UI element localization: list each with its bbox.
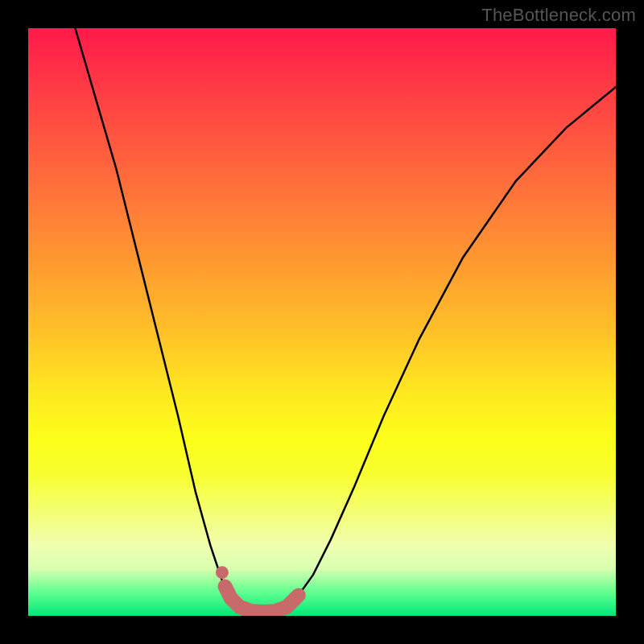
chart-frame: TheBottleneck.com: [0, 0, 644, 644]
watermark-text: TheBottleneck.com: [481, 5, 636, 26]
optimal-range-highlight: [225, 587, 299, 612]
bottleneck-curve: [75, 28, 616, 612]
plot-area: [28, 28, 616, 616]
curve-svg: [28, 28, 616, 616]
highlight-dot-icon: [216, 566, 229, 579]
